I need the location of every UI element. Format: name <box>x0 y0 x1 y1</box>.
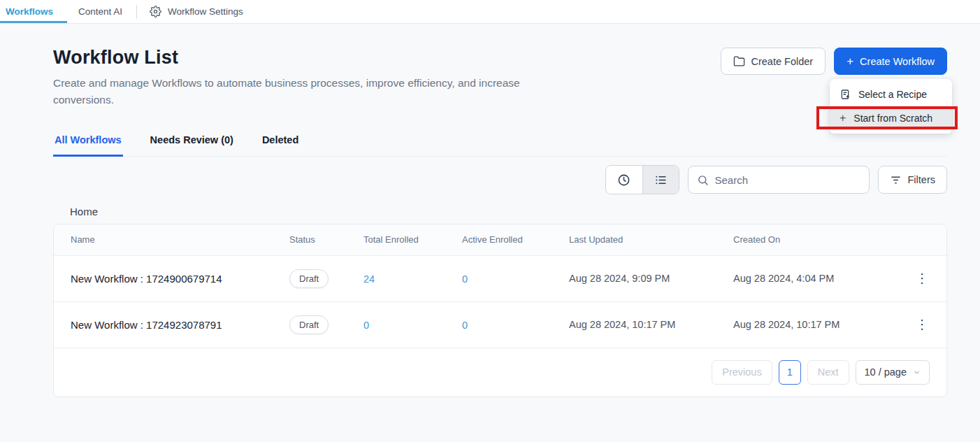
col-header-status: Status <box>273 224 347 255</box>
page-size-select[interactable]: 10 / page <box>856 360 930 385</box>
row-menu-kebab-icon[interactable]: ⋮ <box>911 315 932 334</box>
previous-page-button[interactable]: Previous <box>712 360 772 385</box>
page-size-label: 10 / page <box>865 366 907 378</box>
last-updated-value: Aug 28 2024, 10:17 PM <box>552 301 716 348</box>
status-badge: Draft <box>289 315 329 334</box>
create-workflow-label: Create Workflow <box>860 56 935 67</box>
menu-item-label: Select a Recipe <box>858 89 927 100</box>
page-title: Workflow List <box>53 47 577 69</box>
toolbar: Filters <box>53 165 947 194</box>
history-view-button[interactable] <box>606 166 642 194</box>
search-input[interactable] <box>715 174 860 186</box>
table-row[interactable]: New Workflow : 1724900679714 Draft 24 0 … <box>54 255 947 301</box>
plus-icon: + <box>840 113 846 124</box>
created-on-value: Aug 28 2024, 4:04 PM <box>716 255 895 301</box>
workflow-tabs: All Workflows Needs Review (0) Deleted <box>53 134 947 157</box>
workflow-table-card: Name Status Total Enrolled Active Enroll… <box>53 224 947 397</box>
status-badge: Draft <box>289 269 329 288</box>
folder-icon <box>733 55 745 67</box>
menu-item-label: Start from Scratch <box>853 113 932 124</box>
search-box <box>688 166 870 194</box>
workflow-name[interactable]: New Workflow : 1724900679714 <box>54 255 273 301</box>
tab-all-workflows[interactable]: All Workflows <box>53 134 123 157</box>
create-folder-label: Create Folder <box>751 56 814 67</box>
table-row[interactable]: New Workflow : 1724923078791 Draft 0 0 A… <box>54 301 947 348</box>
next-page-button[interactable]: Next <box>807 360 849 385</box>
search-icon <box>697 174 709 186</box>
filter-icon <box>890 174 902 186</box>
list-view-button[interactable] <box>642 166 679 194</box>
col-header-active-enrolled: Active Enrolled <box>445 224 552 255</box>
menu-item-select-recipe[interactable]: Select a Recipe <box>830 83 952 106</box>
menu-item-start-from-scratch[interactable]: + Start from Scratch <box>830 106 952 130</box>
page-header-text: Workflow List Create and manage Workflow… <box>53 47 577 108</box>
tab-needs-review[interactable]: Needs Review (0) <box>149 134 235 157</box>
gear-icon <box>150 6 161 17</box>
filters-button[interactable]: Filters <box>878 166 947 194</box>
top-nav: Workflows Content AI Workflow Settings <box>0 0 980 24</box>
total-enrolled-link[interactable]: 24 <box>363 273 375 285</box>
workflow-name[interactable]: New Workflow : 1724923078791 <box>54 301 273 348</box>
list-icon <box>654 173 668 187</box>
col-header-actions <box>895 224 947 255</box>
filters-label: Filters <box>908 174 935 185</box>
plus-icon: + <box>846 55 853 67</box>
clock-icon <box>617 173 630 187</box>
nav-divider <box>136 5 137 19</box>
last-updated-value: Aug 28 2024, 9:09 PM <box>552 255 716 301</box>
page-subtitle: Create and manage Workflows to automate … <box>53 75 577 108</box>
chevron-down-icon <box>913 369 921 376</box>
col-header-name: Name <box>54 224 273 255</box>
col-header-last-updated: Last Updated <box>552 224 716 255</box>
page-number-button[interactable]: 1 <box>779 360 801 385</box>
active-enrolled-link[interactable]: 0 <box>462 320 468 331</box>
view-toggle <box>605 165 679 194</box>
page: Workflows Content AI Workflow Settings W… <box>0 0 980 442</box>
recipe-file-plus-icon <box>840 89 851 100</box>
col-header-total-enrolled: Total Enrolled <box>347 224 445 255</box>
nav-settings-label: Workflow Settings <box>168 6 243 17</box>
col-header-created-on: Created On <box>716 224 895 255</box>
workflow-table: Name Status Total Enrolled Active Enroll… <box>54 224 947 348</box>
create-workflow-dropdown: Select a Recipe + Start from Scratch <box>830 79 952 134</box>
nav-tab-workflows[interactable]: Workflows <box>0 0 67 23</box>
row-menu-kebab-icon[interactable]: ⋮ <box>911 269 932 287</box>
nav-workflow-settings[interactable]: Workflow Settings <box>140 0 253 23</box>
table-header-row: Name Status Total Enrolled Active Enroll… <box>54 224 947 255</box>
page-header: Workflow List Create and manage Workflow… <box>53 47 947 108</box>
active-enrolled-link[interactable]: 0 <box>462 273 468 285</box>
tab-deleted[interactable]: Deleted <box>261 134 300 157</box>
create-folder-button[interactable]: Create Folder <box>721 48 826 75</box>
create-workflow-button[interactable]: + Create Workflow <box>834 48 947 75</box>
created-on-value: Aug 28 2024, 10:17 PM <box>716 301 895 348</box>
pagination: Previous 1 Next 10 / page <box>54 348 946 397</box>
header-actions: Create Folder + Create Workflow <box>721 47 948 75</box>
nav-tab-content-ai[interactable]: Content AI <box>67 0 134 23</box>
breadcrumb[interactable]: Home <box>53 206 947 218</box>
total-enrolled-link[interactable]: 0 <box>363 320 369 331</box>
